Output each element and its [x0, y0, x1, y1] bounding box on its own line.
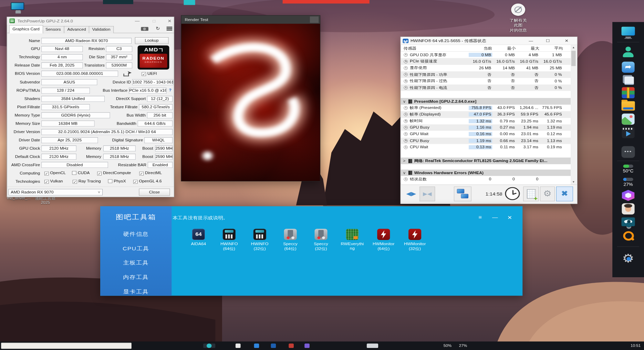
collapse-icon[interactable]: ∨	[402, 171, 407, 175]
sensor-row[interactable]: 帧率 (Displayed) 47.0 FPS36.3 FPS59.9 FPS4…	[401, 111, 571, 118]
sensor-row[interactable]: GPU Busy 1.16 ms0.27 ms1.94 ms1.19 ms	[401, 124, 571, 131]
opencl-checkbox[interactable]: ✓OpenCL	[44, 171, 66, 176]
temp-widget[interactable]	[623, 164, 633, 168]
dock-photos[interactable]	[622, 113, 635, 124]
network-monitors-button[interactable]	[454, 187, 471, 201]
expand-icon[interactable]: >	[402, 159, 407, 163]
ray-tracing-checkbox[interactable]: ✓Ray Tracing	[73, 179, 102, 184]
scroll-up-icon[interactable]: ▲	[571, 45, 577, 50]
sensor-row[interactable]: 错误总数 000	[401, 176, 571, 183]
app-speccy32[interactable]: Speccy(32位)	[308, 229, 334, 252]
sensor-row[interactable]: 性能下降原因 - 过热 否否否0 %	[401, 78, 571, 84]
taskbar-app-icon[interactable]	[289, 343, 294, 348]
close-sensors-button[interactable]: ✖	[556, 187, 573, 201]
opengl-checkbox[interactable]: ✓OpenGL 4.6	[133, 179, 163, 184]
dock-winrar[interactable]	[622, 87, 635, 98]
dock-folder[interactable]	[622, 101, 635, 111]
sidebar-item-motherboard-tools[interactable]: 主板工具	[100, 259, 172, 268]
hwinfo-titlebar[interactable]: HWiNFO® 64 v8.21-5655 - 传感器状态 — ☐ ✕	[401, 37, 577, 45]
dock-search[interactable]	[622, 230, 635, 241]
taskbar-app-icon[interactable]	[254, 343, 259, 348]
report-button[interactable]: +	[523, 187, 539, 201]
maximize-icon[interactable]: ☐	[542, 37, 553, 44]
sensor-row[interactable]: PCIe 链接速度 16.0 GT/s16.0 GT/s16.0 GT/s16.…	[401, 58, 571, 65]
scroll-down-icon[interactable]: ▼	[571, 180, 577, 184]
sensor-row[interactable]: GPU D3D 共享显存 0 MB0 MB4 MB1 MB	[401, 52, 571, 58]
dock-cube-app[interactable]	[622, 190, 635, 201]
taskbar-teal-app-icon[interactable]	[207, 343, 212, 348]
minimize-icon[interactable]: —	[134, 19, 141, 23]
collapse-columns-icon[interactable]: ▶◀	[419, 187, 435, 201]
tab-validation[interactable]: Validation	[89, 26, 114, 33]
app-rweverything[interactable]: RWEverything	[339, 229, 366, 251]
analog-clock-icon[interactable]	[505, 187, 520, 200]
gpuz-titlebar[interactable]: TechPowerUp GPU-Z 2.64.0 — □ ✕	[7, 17, 174, 24]
minimize-icon[interactable]: —	[490, 214, 500, 220]
dock-share[interactable]: ➦	[622, 62, 635, 73]
tab-sensors[interactable]: Sensors	[42, 26, 64, 33]
app-aida64[interactable]: 64 AIDA64	[185, 229, 212, 246]
scrollbar[interactable]: ▲ ▼	[571, 45, 577, 184]
group-header-whea[interactable]: ∨ Windows Hardware Errors (WHEA)	[401, 170, 571, 176]
dock-documents[interactable]	[622, 74, 635, 85]
help-icon[interactable]: ?	[169, 88, 171, 92]
vulkan-checkbox[interactable]: ✓Vulkan	[44, 179, 63, 184]
ime-indicator[interactable]	[367, 343, 378, 348]
app-speccy64[interactable]: Speccy(64位)	[277, 229, 304, 252]
directcompute-checkbox[interactable]: ✓DirectCompute	[97, 171, 132, 176]
spotlight-desktop-icon[interactable]: 了解有关此图 片的信息	[507, 3, 529, 33]
taskbar-app-preview[interactable]	[1, 343, 132, 349]
sidebar-item-gpu-tools[interactable]: 显卡工具	[100, 287, 172, 296]
close-icon[interactable]: ✕	[167, 19, 173, 23]
lookup-button[interactable]: Lookup	[135, 37, 169, 44]
sidebar-item-memory-tools[interactable]: 内存工具	[100, 273, 172, 282]
app-hwinfo32[interactable]: HWiNFO(32位)	[246, 229, 273, 252]
physx-checkbox[interactable]: PhysX	[108, 179, 127, 183]
app-hwmonitor64[interactable]: HWMonitor(64位)	[370, 229, 397, 252]
back-forward-icon[interactable]: ◀▶	[403, 187, 419, 201]
sensor-row[interactable]: GPU Wait 0.16 ms0.00 ms23.01 ms0.12 ms	[401, 131, 571, 138]
app-hwmonitor32[interactable]: HWMonitor(32位)	[402, 229, 428, 252]
scrollbar-thumb[interactable]	[571, 51, 576, 66]
tab-graphics-card[interactable]: Graphics Card	[9, 25, 43, 33]
cuda-checkbox[interactable]: CUDA	[72, 171, 90, 175]
menu-icon[interactable]: ≡	[475, 214, 485, 220]
close-icon[interactable]	[310, 17, 319, 23]
dock-more[interactable]: •••	[622, 146, 635, 158]
refresh-icon[interactable]: ↻	[156, 26, 160, 31]
menu-icon[interactable]	[167, 27, 173, 27]
app-hwinfo64[interactable]: HWiNFO(64位)	[216, 229, 242, 252]
dock-video[interactable]	[622, 127, 635, 138]
dock-computer[interactable]	[622, 27, 635, 36]
sensor-row[interactable]: 显存使用 26 MB14 MB41 MB25 MB	[401, 65, 571, 71]
sensor-row[interactable]: CPU Wait 0.13 ms0.11 ms3.17 ms0.19 ms	[401, 144, 571, 151]
taskbar-app-icon[interactable]	[304, 343, 310, 348]
group-header-presentmon[interactable]: ∨ PresentMon [GPU-Z.2.64.0.exe]	[401, 98, 571, 104]
share-icon[interactable]: ➤	[123, 71, 132, 77]
sidebar-item-hardware-info[interactable]: 硬件信息	[100, 230, 172, 239]
sensor-row[interactable]: 性能下降原因 - 电流 否否否0 %	[401, 84, 571, 91]
close-icon[interactable]: ✕	[561, 37, 572, 44]
card-select-dropdown[interactable]: AMD Radeon RX 9070 ˅	[8, 189, 103, 196]
directml-checkbox[interactable]: ✓DirectML	[139, 171, 162, 176]
sensor-row[interactable]: 性能下降原因 - 功率 否否否0 %	[401, 71, 571, 78]
minimize-icon[interactable]: —	[525, 37, 537, 44]
settings-button[interactable]: ⚙	[540, 187, 555, 201]
dock-avatar-app[interactable]	[622, 203, 635, 214]
close-button[interactable]: Close	[139, 189, 170, 196]
this-pc-desktop-icon[interactable]	[11, 2, 25, 14]
dock-screen-monitor[interactable]	[622, 217, 635, 226]
taskbar-app-icon[interactable]	[271, 343, 276, 348]
render-test-titlebar[interactable]: Render Test	[181, 16, 320, 24]
close-icon[interactable]: ✕	[505, 214, 515, 221]
tab-advanced[interactable]: Advanced	[64, 26, 90, 33]
sensor-row[interactable]: 帧时间 1.32 ms0.79 ms23.25 ms1.32 ms	[401, 118, 571, 124]
usage-widget[interactable]	[623, 178, 633, 181]
group-header-network[interactable]: > 网络: RealTek Semiconductor RTL8125 Gami…	[401, 158, 571, 164]
dock-user[interactable]	[622, 46, 635, 57]
sensor-row[interactable]: 帧率 (Presented) 755.8 FPS43.0 FPS1,264.6 …	[401, 105, 571, 111]
uefi-checkbox[interactable]: ✓UEFI	[142, 72, 157, 76]
taskbar-app-icon[interactable]	[236, 343, 241, 348]
sensor-row[interactable]: CPU Busy 1.19 ms0.66 ms23.14 ms1.13 ms	[401, 138, 571, 144]
dock-settings[interactable]: ⚙	[622, 253, 634, 264]
